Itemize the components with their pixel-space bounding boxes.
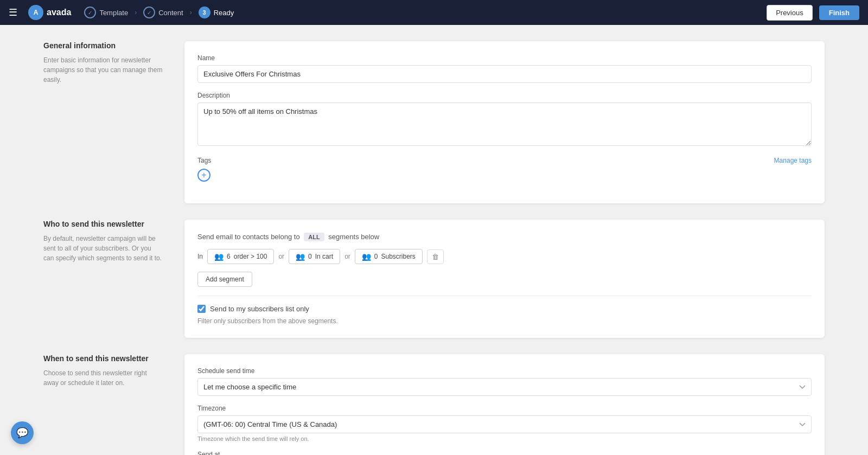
- step2-label: Content: [158, 9, 183, 17]
- general-info-left: General information Enter basic informat…: [43, 41, 163, 203]
- segment-box-1[interactable]: 👥 6 order > 100: [207, 249, 274, 264]
- add-tag-icon: +: [201, 170, 206, 180]
- segment3-count: 0: [374, 253, 378, 260]
- timezone-label: Timezone: [197, 405, 812, 412]
- delete-segment-button[interactable]: 🗑: [427, 249, 444, 264]
- send-at-label: Send at: [197, 451, 812, 455]
- main-content: General information Enter basic informat…: [0, 25, 868, 455]
- chat-icon: 💬: [16, 427, 28, 439]
- tags-group: Tags Manage tags +: [197, 157, 812, 182]
- step1-label: Template: [99, 9, 128, 17]
- when-to-send-left: When to send this newsletter Choose to s…: [43, 354, 163, 455]
- when-to-send-title: When to send this newsletter: [43, 354, 163, 363]
- step2-circle-icon: ✓: [143, 7, 155, 18]
- segment2-label: In cart: [315, 253, 333, 260]
- segments-header: Send email to contacts belong to ALL seg…: [197, 233, 812, 241]
- or-label-1: or: [278, 253, 284, 260]
- general-info-title: General information: [43, 41, 163, 50]
- segment3-icon: 👥: [362, 252, 371, 261]
- subscribers-only-label: Send to my subscribers list only: [210, 305, 309, 313]
- chat-bubble[interactable]: 💬: [11, 421, 34, 444]
- send-at-group: Send at: [197, 451, 812, 455]
- segment3-label: Subscribers: [381, 253, 416, 260]
- segment1-label: order > 100: [234, 253, 267, 260]
- schedule-label: Schedule send time: [197, 367, 812, 375]
- segments-row: In 👥 6 order > 100 or 👥 0 In cart or 👥 0…: [197, 249, 812, 264]
- finish-button[interactable]: Finish: [819, 5, 859, 20]
- logo-icon: A: [28, 5, 43, 20]
- nav-step-ready[interactable]: 3 Ready: [199, 7, 234, 18]
- who-to-send-left: Who to send this newsletter By default, …: [43, 220, 163, 338]
- name-group: Name: [197, 54, 812, 83]
- general-info-desc: Enter basic information for newsletter c…: [43, 55, 163, 85]
- name-label: Name: [197, 54, 812, 62]
- timezone-group: Timezone (GMT-06: 00) Central Time (US &…: [197, 405, 812, 442]
- timezone-select[interactable]: (GMT-06: 00) Central Time (US & Canada): [197, 415, 812, 433]
- logo-text: avada: [47, 8, 71, 17]
- topnav: ☰ A avada ✓ Template › ✓ Content › 3 Rea…: [0, 0, 868, 25]
- previous-button[interactable]: Previous: [767, 5, 813, 21]
- when-to-send-desc: Choose to send this newsletter right awa…: [43, 368, 163, 388]
- tags-label: Tags: [197, 157, 211, 164]
- logo: A avada: [28, 5, 71, 20]
- segment-box-3[interactable]: 👥 0 Subscribers: [355, 249, 423, 264]
- add-tag-button[interactable]: +: [197, 169, 210, 182]
- subscribers-only-row: Send to my subscribers list only: [197, 296, 812, 313]
- segment1-count: 6: [227, 253, 231, 260]
- who-to-send-section: Who to send this newsletter By default, …: [43, 220, 825, 338]
- nav-step-content[interactable]: ✓ Content: [143, 7, 183, 18]
- who-to-send-title: Who to send this newsletter: [43, 220, 163, 228]
- or-label-2: or: [344, 253, 350, 260]
- general-info-card: Name Description Up to 50% off all items…: [184, 41, 825, 203]
- manage-tags-link[interactable]: Manage tags: [774, 157, 812, 164]
- step1-circle-icon: ✓: [84, 7, 96, 18]
- general-info-section: General information Enter basic informat…: [43, 41, 825, 203]
- description-group: Description Up to 50% off all items on C…: [197, 92, 812, 148]
- nav-step-template[interactable]: ✓ Template: [84, 7, 128, 18]
- schedule-select[interactable]: Let me choose a specific time: [197, 378, 812, 396]
- step3-label: Ready: [214, 9, 234, 17]
- when-to-send-section: When to send this newsletter Choose to s…: [43, 354, 825, 455]
- name-input[interactable]: [197, 65, 812, 83]
- timezone-hint: Timezone which the send time will rely o…: [197, 435, 812, 442]
- description-textarea[interactable]: Up to 50% off all items on Christmas: [197, 102, 812, 146]
- in-label: In: [197, 253, 203, 260]
- chevron1-icon: ›: [135, 9, 137, 16]
- who-to-send-desc: By default, newsletter campaign will be …: [43, 234, 163, 263]
- filter-hint: Filter only subscribers from the above s…: [197, 317, 812, 325]
- subscribers-only-checkbox[interactable]: [197, 305, 206, 313]
- segment2-icon: 👥: [296, 252, 305, 261]
- segment2-count: 0: [308, 253, 312, 260]
- add-segment-button[interactable]: Add segment: [197, 272, 252, 287]
- who-to-send-card: Send email to contacts belong to ALL seg…: [184, 220, 825, 338]
- segment-box-2[interactable]: 👥 0 In cart: [289, 249, 340, 264]
- menu-icon[interactable]: ☰: [9, 7, 17, 18]
- tags-row: Tags Manage tags: [197, 157, 812, 164]
- chevron2-icon: ›: [190, 9, 192, 16]
- segment1-icon: 👥: [214, 252, 224, 261]
- all-badge: ALL: [304, 233, 324, 241]
- when-to-send-card: Schedule send time Let me choose a speci…: [184, 354, 825, 455]
- step3-number: 3: [199, 7, 210, 18]
- schedule-group: Schedule send time Let me choose a speci…: [197, 367, 812, 396]
- description-label: Description: [197, 92, 812, 99]
